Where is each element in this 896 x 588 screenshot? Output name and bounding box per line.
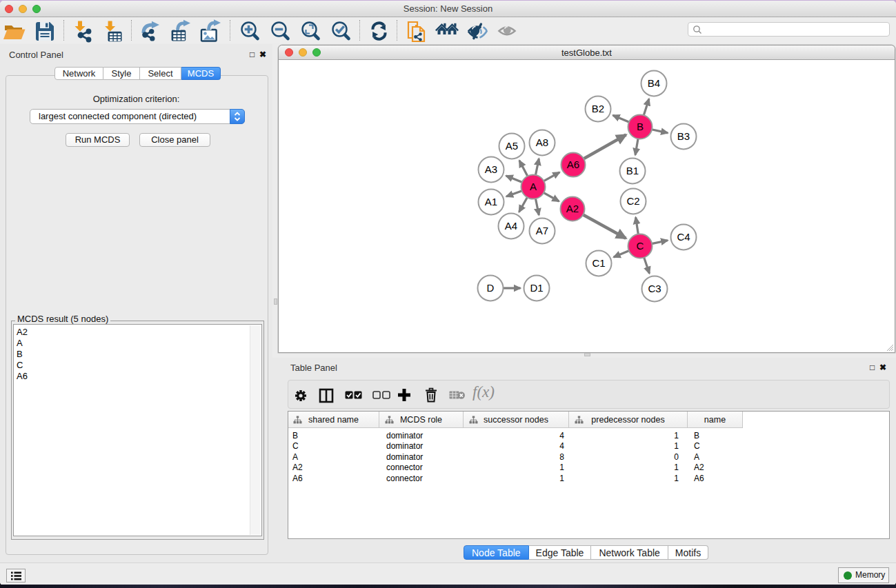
svg-text:A6: A6	[567, 159, 579, 170]
svg-text:A: A	[530, 181, 537, 192]
svg-text:A2: A2	[566, 203, 579, 214]
svg-text:A5: A5	[506, 140, 518, 152]
svg-text:B3: B3	[677, 130, 690, 142]
svg-text:A7: A7	[536, 225, 548, 236]
svg-text:B4: B4	[648, 77, 660, 89]
svg-text:D1: D1	[530, 282, 543, 294]
svg-text:C: C	[637, 240, 644, 252]
svg-text:C4: C4	[677, 231, 690, 243]
svg-text:A1: A1	[485, 196, 497, 207]
svg-text:C1: C1	[592, 257, 605, 269]
svg-text:B1: B1	[626, 165, 639, 176]
svg-text:C3: C3	[648, 283, 661, 294]
svg-text:A8: A8	[536, 136, 548, 148]
svg-text:A3: A3	[485, 163, 497, 175]
svg-text:B: B	[637, 121, 644, 132]
svg-text:D: D	[487, 282, 495, 294]
svg-text:C2: C2	[626, 195, 639, 207]
svg-text:B2: B2	[592, 103, 604, 114]
svg-text:A4: A4	[505, 220, 517, 232]
